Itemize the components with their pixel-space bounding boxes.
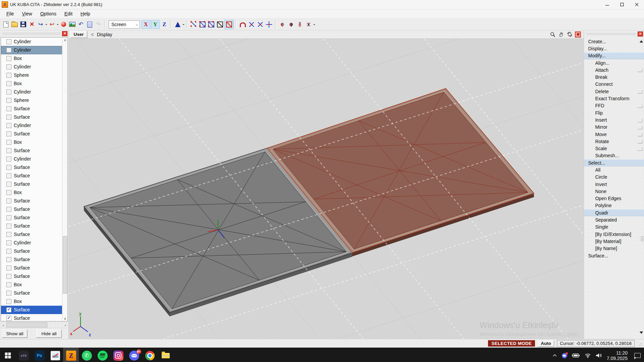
command-item-display[interactable]: Display... (584, 45, 644, 52)
weld-icon[interactable] (247, 20, 256, 29)
object-list-item[interactable]: Surface (1, 205, 62, 214)
object-list-item[interactable]: Surface (1, 289, 62, 297)
break-icon[interactable] (256, 20, 265, 29)
object-list-item[interactable]: Box (1, 188, 62, 197)
object-list-item[interactable]: Surface (1, 113, 62, 121)
object-list-item[interactable]: Surface (1, 197, 62, 205)
object-list-item[interactable]: Surface (1, 230, 62, 239)
redo-icon[interactable]: ↷ (94, 20, 103, 29)
visibility-checkbox[interactable] (6, 64, 11, 69)
object-list-item[interactable]: ✓Surface (1, 314, 62, 321)
visibility-checkbox[interactable] (6, 106, 11, 111)
object-list-item[interactable]: Box (1, 297, 62, 306)
menu-item-view[interactable]: View (18, 10, 36, 17)
discord-tray-icon[interactable] (562, 353, 567, 358)
object-list-item[interactable]: Surface (1, 222, 62, 230)
menu-item-help[interactable]: Help (77, 10, 94, 17)
object-list-item[interactable]: Sphere (1, 71, 62, 79)
resize-grip[interactable] (637, 341, 642, 346)
object-list-item[interactable]: Cylinder (1, 38, 62, 46)
menu-item-file[interactable]: File (3, 10, 18, 17)
material-editor-icon[interactable] (59, 20, 68, 29)
command-item-single[interactable]: Single (584, 224, 644, 231)
hide-all-button[interactable]: Hide all (36, 329, 62, 338)
show-all-button[interactable]: Show all (2, 329, 28, 338)
edges-mode-icon[interactable] (198, 20, 207, 29)
visibility-checkbox[interactable] (6, 123, 11, 128)
taskbar-app-spotify-icon[interactable] (95, 348, 110, 362)
panel-scroll-down-icon[interactable] (640, 331, 643, 336)
maximize-button[interactable] (614, 0, 629, 9)
volume-icon[interactable] (596, 353, 602, 358)
visibility-checkbox[interactable] (6, 173, 11, 178)
maximize-viewport-icon[interactable] (575, 32, 581, 38)
command-item-move[interactable]: Move (584, 131, 644, 138)
object-list-item[interactable]: Surface (1, 163, 62, 172)
scroll-left-icon[interactable]: ‹ (1, 323, 6, 327)
object-list-item[interactable]: Cylinder (1, 46, 62, 54)
auto-button[interactable]: Auto (538, 340, 554, 347)
command-panel-close-icon[interactable]: ✕ (638, 32, 643, 37)
minimize-button[interactable] (600, 0, 614, 9)
view-cone-icon[interactable] (173, 20, 182, 29)
visibility-checkbox[interactable] (6, 157, 11, 162)
object-list-item[interactable]: Box (1, 79, 62, 88)
undo-icon[interactable]: ↶ (76, 20, 85, 29)
viewport-canvas[interactable]: y x z Windows'u Etkinleştir Windows'u et… (69, 39, 584, 339)
object-list-item[interactable]: Cylinder (1, 155, 62, 163)
visibility-checkbox[interactable] (6, 224, 11, 229)
command-item-scale[interactable]: Scale (584, 145, 644, 152)
object-list-item[interactable]: Surface (1, 255, 62, 264)
command-item-all[interactable]: All (584, 166, 644, 173)
object-list-item[interactable]: Cylinder (1, 121, 62, 130)
taskbar-app-image-editor-icon[interactable] (47, 348, 63, 362)
bones-tool-icon[interactable] (304, 20, 313, 29)
pin-move-icon[interactable] (278, 20, 287, 29)
import-dropdown-icon[interactable] (57, 24, 59, 26)
visibility-checkbox[interactable] (6, 265, 11, 270)
taskbar-app-discord-icon[interactable]: 9+ (126, 348, 142, 362)
visibility-checkbox[interactable] (6, 232, 11, 237)
command-item-by-id-extension[interactable]: [By ID/Extension] (584, 231, 644, 238)
command-item-by-material[interactable]: [By Material] (584, 238, 644, 245)
object-list-item[interactable]: Surface (1, 130, 62, 138)
taskbar-clock[interactable]: 11:20 7.09.2025 (607, 350, 628, 361)
import-icon[interactable]: ↩ (48, 20, 56, 29)
object-list-item[interactable]: Sphere (1, 96, 62, 105)
magnet-icon[interactable] (238, 20, 247, 29)
command-item-separated[interactable]: Separated (584, 216, 644, 223)
export-icon[interactable]: ↪ (36, 20, 45, 29)
object-list-item[interactable]: Box (1, 281, 62, 289)
object-list-item[interactable]: Surface (1, 214, 62, 222)
properties-icon[interactable] (85, 20, 94, 29)
polygons-mode-icon[interactable] (207, 20, 216, 29)
delete-icon[interactable]: ✕ (28, 20, 36, 29)
command-item-exact-transform[interactable]: Exact Transform (584, 95, 644, 102)
visibility-checkbox[interactable] (6, 182, 11, 187)
visibility-checkbox[interactable] (6, 257, 11, 262)
visibility-checkbox[interactable] (6, 48, 11, 53)
visibility-checkbox[interactable] (6, 89, 11, 95)
save-icon[interactable] (19, 20, 28, 29)
command-item-by-name[interactable]: [By Name] (584, 245, 644, 252)
visibility-checkbox[interactable] (6, 291, 11, 296)
command-item-flip[interactable]: Flip (584, 109, 644, 116)
command-item-surface[interactable]: Surface... (584, 252, 644, 259)
view-cone-dropdown-icon[interactable] (182, 24, 184, 26)
command-item-rotate[interactable]: Rotate (584, 138, 644, 145)
object-list-item[interactable]: Surface (1, 180, 62, 188)
pan-tool-icon[interactable] (558, 32, 564, 38)
command-panel-drag-grip[interactable] (586, 33, 636, 35)
scroll-down-icon[interactable]: ∨ (62, 317, 67, 320)
visibility-checkbox[interactable] (6, 148, 11, 153)
taskbar-app-lfs-icon[interactable]: LFS (16, 348, 32, 362)
command-item-quadr[interactable]: Quadr (584, 209, 644, 216)
object-list-item[interactable]: Surface (1, 264, 62, 272)
visibility-checkbox[interactable] (6, 240, 11, 245)
visibility-checkbox[interactable] (6, 81, 11, 86)
back-arrow[interactable]: < (91, 32, 94, 37)
visibility-checkbox[interactable] (6, 190, 11, 195)
visibility-checkbox[interactable]: ✓ (6, 316, 11, 321)
taskbar-app-instagram-icon[interactable] (110, 348, 126, 362)
visibility-checkbox[interactable] (6, 274, 11, 279)
